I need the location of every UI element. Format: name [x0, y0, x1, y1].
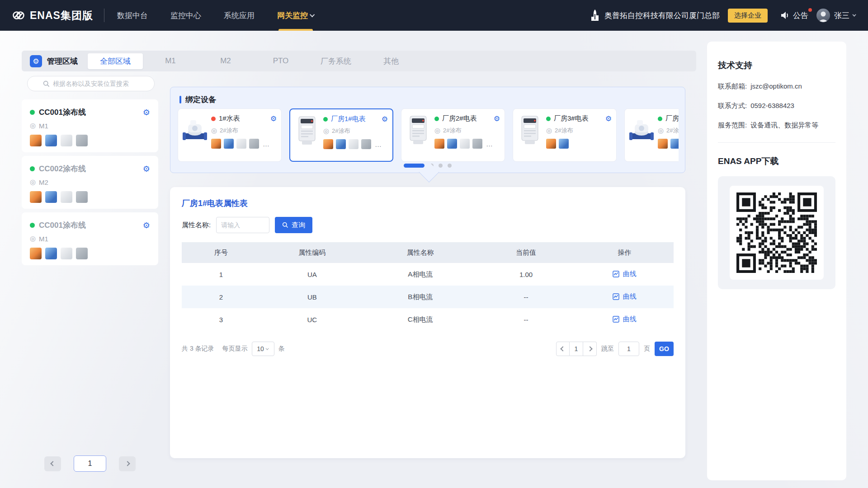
- device-card-plant2-electric-meter[interactable]: 厂房2#电表 ⚙ ◎ 2#涂布 …: [401, 108, 505, 162]
- thumbnail-image[interactable]: [472, 139, 482, 149]
- device-location: 2#涂布: [332, 127, 350, 135]
- thumbnail-row: [30, 191, 150, 203]
- thumbnail-image[interactable]: [76, 135, 88, 146]
- thumbnail-image[interactable]: [45, 248, 57, 259]
- thumbnail-image[interactable]: [61, 248, 72, 259]
- property-filter-row: 属性名称: 查询: [182, 217, 674, 233]
- device-card-plant2-water-meter[interactable]: 厂房2#水表 ◎ 2#涂布: [624, 108, 679, 162]
- page-controls: 1: [556, 342, 597, 356]
- thumbnail-image[interactable]: [30, 135, 42, 146]
- thumbnail-row: [30, 248, 150, 259]
- announcement-label: 公告: [793, 10, 808, 21]
- thumbnail-image[interactable]: [447, 139, 457, 149]
- thumbnail-image[interactable]: [249, 139, 259, 149]
- thumbnail-image[interactable]: [30, 191, 42, 203]
- device-card-plant1-electric-meter[interactable]: 厂房1#电表 ⚙ ◎ 2#涂布 …: [289, 108, 393, 162]
- main-menu: 数据中台 监控中心 系统应用 网关监控: [117, 0, 315, 31]
- thumbnail-image[interactable]: [434, 139, 444, 149]
- thumbnail-image[interactable]: [45, 191, 57, 203]
- thumbnail-image[interactable]: [30, 248, 42, 259]
- curve-link[interactable]: 曲线: [613, 270, 637, 278]
- sidebar-page-input[interactable]: [74, 455, 106, 472]
- thumbnail-image[interactable]: [224, 139, 234, 149]
- menu-item-gateway-monitor[interactable]: 网关监控: [277, 0, 315, 31]
- device-card-plant3-electric-meter[interactable]: 厂房3#电表 ⚙ ◎ 2#涂布: [513, 108, 617, 162]
- thumbnail-image[interactable]: [236, 139, 246, 149]
- jump-unit: 页: [644, 345, 650, 353]
- tab-all-regions[interactable]: 全部区域: [88, 53, 143, 69]
- next-page-button[interactable]: [119, 456, 136, 471]
- attribute-name-input[interactable]: [216, 217, 269, 233]
- thumbnail-image[interactable]: [349, 139, 359, 149]
- status-dot: [211, 117, 216, 121]
- select-company-button[interactable]: 选择企业: [728, 9, 768, 23]
- menu-item-label: 网关监控: [277, 10, 308, 21]
- thumbnail-image[interactable]: [76, 248, 88, 259]
- curve-link[interactable]: 曲线: [613, 315, 637, 324]
- thumbnail-image[interactable]: [323, 139, 333, 149]
- go-button[interactable]: GO: [655, 342, 674, 356]
- thumbnail-image[interactable]: [61, 135, 72, 146]
- carousel-dot[interactable]: [448, 164, 452, 168]
- prev-page-button[interactable]: [44, 456, 61, 471]
- line-card-cc001[interactable]: CC001涂布线 ⚙ ◎ M1: [22, 99, 158, 152]
- thumbnail-row: [30, 135, 150, 146]
- thumbnail-image[interactable]: [361, 139, 371, 149]
- gear-icon[interactable]: ⚙: [143, 108, 150, 117]
- jump-page-input[interactable]: [618, 342, 639, 356]
- thumbnail-image[interactable]: [211, 139, 221, 149]
- menu-item-system-apps[interactable]: 系统应用: [224, 0, 255, 31]
- table-pagination: 共 3 条记录 每页显示 10 条 1 跳至 页 GO: [182, 342, 674, 356]
- avatar: [816, 9, 830, 22]
- table-header-row: 序号 属性编码 属性名称 当前值 操作: [182, 242, 674, 263]
- line-card-cc001-b[interactable]: CC001涂布线 ⚙ ◎ M1: [22, 212, 158, 265]
- curve-link[interactable]: 曲线: [613, 292, 637, 301]
- tab-pto[interactable]: PTO: [253, 54, 308, 68]
- thumbnail-row: [658, 139, 679, 149]
- status-dot: [434, 117, 439, 121]
- app-logo: ENAS集团版: [12, 9, 93, 23]
- status-dot: [30, 110, 35, 115]
- thumbnail-image[interactable]: [460, 139, 470, 149]
- gear-icon[interactable]: ⚙: [382, 116, 388, 123]
- thumbnail-image[interactable]: [45, 135, 57, 146]
- menu-item-data-platform[interactable]: 数据中台: [117, 0, 148, 31]
- water-meter-image: [183, 114, 207, 146]
- per-page-select[interactable]: 10: [252, 342, 274, 356]
- cell-value: --: [477, 308, 576, 331]
- user-menu[interactable]: 张三: [816, 9, 856, 22]
- next-page-button[interactable]: [583, 342, 597, 356]
- gear-icon[interactable]: ⚙: [605, 115, 612, 122]
- tab-factory-system[interactable]: 厂务系统: [308, 53, 363, 69]
- device-card-water-meter-1[interactable]: 1#水表 ⚙ ◎ 2#涂布 …: [178, 108, 282, 162]
- line-name: CC001涂布线: [39, 107, 86, 117]
- gear-icon[interactable]: ⚙: [270, 115, 277, 122]
- thumbnail-image[interactable]: [658, 139, 668, 149]
- gear-icon[interactable]: ⚙: [143, 221, 150, 230]
- prev-page-button[interactable]: [556, 342, 570, 356]
- menu-item-monitor-center[interactable]: 监控中心: [170, 0, 201, 31]
- app-download-title: ENAS APP下载: [718, 155, 835, 167]
- query-button[interactable]: 查询: [275, 217, 312, 233]
- region-filter-bar: ⚙ 管理区域 全部区域 M1 M2 PTO 厂务系统 其他: [22, 51, 696, 71]
- tab-m1[interactable]: M1: [143, 54, 198, 68]
- announcement-button[interactable]: 公告: [780, 10, 808, 21]
- line-search-input[interactable]: [53, 80, 139, 87]
- query-button-label: 查询: [292, 221, 305, 230]
- carousel-dot[interactable]: [439, 164, 443, 168]
- thumbnail-image[interactable]: [559, 139, 569, 149]
- cell-index: 2: [182, 286, 260, 308]
- tab-m2[interactable]: M2: [198, 54, 253, 68]
- logo-text: ENAS集团版: [30, 9, 93, 23]
- thumbnail-image[interactable]: [670, 139, 679, 149]
- thumbnail-image[interactable]: [76, 191, 88, 203]
- gear-icon[interactable]: ⚙: [143, 165, 150, 173]
- gear-icon[interactable]: ⚙: [494, 115, 500, 122]
- carousel-dot-active[interactable]: [404, 164, 425, 168]
- thumbnail-image[interactable]: [336, 139, 346, 149]
- thumbnail-image[interactable]: [61, 191, 72, 203]
- line-card-cc002[interactable]: CC002涂布线 ⚙ ◎ M2: [22, 156, 158, 209]
- thumbnail-image[interactable]: [546, 139, 556, 149]
- chart-icon: [613, 316, 619, 323]
- tab-other[interactable]: 其他: [363, 53, 419, 69]
